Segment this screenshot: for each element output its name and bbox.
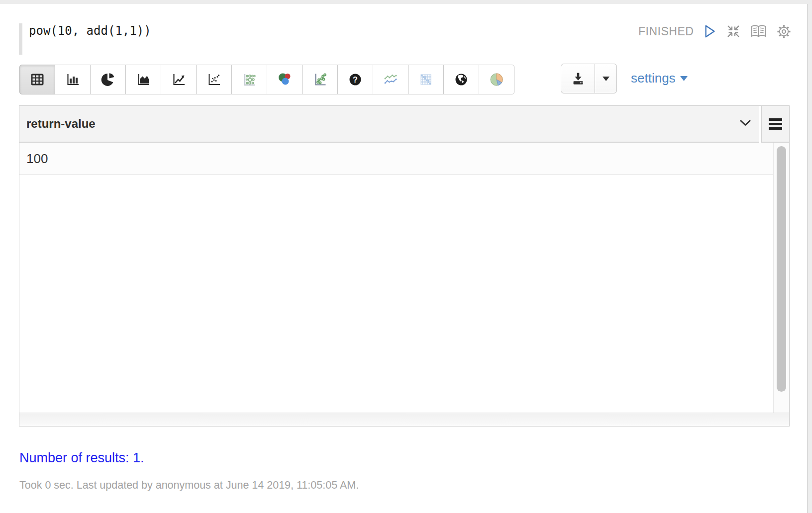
- table-menu-button[interactable]: [761, 106, 789, 143]
- hamburger-menu-icon: [769, 118, 782, 130]
- line-chart-icon: [170, 71, 188, 88]
- visualization-toolbar: ?: [19, 65, 514, 94]
- table-button[interactable]: [19, 65, 55, 94]
- caret-down-icon: [603, 77, 609, 81]
- area-chart-button[interactable]: [125, 65, 161, 94]
- settings-link[interactable]: settings: [631, 71, 688, 86]
- paragraph-controls: FINISHED: [638, 22, 792, 41]
- heatmap-icon: [417, 71, 435, 88]
- venn-diagram-icon: [276, 71, 294, 88]
- download-button-group: [561, 64, 617, 93]
- last-updated-text: Took 0 sec. Last updated by anonymous at…: [19, 479, 359, 492]
- pie-chart-icon: [99, 71, 117, 88]
- book-icon[interactable]: [750, 24, 767, 39]
- shrink-icon[interactable]: [726, 24, 741, 39]
- chevron-down-icon[interactable]: [740, 120, 751, 126]
- line-chart-button[interactable]: [161, 65, 197, 94]
- settings-label: settings: [631, 71, 676, 86]
- status-badge: FINISHED: [638, 25, 694, 38]
- table-footer-bar: [19, 413, 789, 426]
- results-count-text: Number of results: 1.: [19, 450, 144, 466]
- pie-chart-pastel-button[interactable]: [479, 65, 514, 94]
- code-editor[interactable]: pow(10, add(1,1)): [29, 24, 151, 38]
- pie-chart-pastel-icon: [488, 71, 506, 88]
- scatter-plot-green-icon: [311, 71, 329, 88]
- multi-line-chart-icon: [382, 71, 400, 88]
- bar-chart-icon: [64, 71, 82, 88]
- area-chart-icon: [134, 71, 152, 88]
- run-icon[interactable]: [703, 24, 716, 39]
- bar-chart-button[interactable]: [55, 65, 91, 94]
- result-table-panel: return-value 100: [19, 105, 790, 427]
- multi-line-chart-button[interactable]: [373, 65, 408, 94]
- venn-diagram-button[interactable]: [267, 65, 303, 94]
- scatter-chart-button[interactable]: [196, 65, 232, 94]
- caret-down-icon: [680, 76, 688, 81]
- table-cell: 100: [19, 151, 48, 167]
- vertical-scrollbar-track[interactable]: [773, 143, 789, 413]
- globe-button[interactable]: [443, 65, 479, 94]
- gear-icon[interactable]: [776, 24, 792, 39]
- column-header-label: return-value: [19, 117, 96, 131]
- help-button[interactable]: ?: [337, 65, 373, 94]
- heatmap-button[interactable]: [408, 65, 444, 94]
- vertical-scrollbar-thumb[interactable]: [777, 146, 786, 392]
- pie-chart-button[interactable]: [90, 65, 126, 94]
- zeppelin-paragraph: pow(10, add(1,1)) FINISHED: [0, 0, 812, 513]
- globe-icon: [452, 71, 470, 88]
- svg-text:?: ?: [353, 76, 358, 84]
- page-right-edge: [807, 4, 812, 513]
- download-button[interactable]: [561, 64, 595, 93]
- help-icon: ?: [346, 71, 364, 88]
- table-row[interactable]: 100: [19, 143, 773, 175]
- bubble-chart-button[interactable]: [231, 65, 267, 94]
- scatter-chart-icon: [205, 71, 223, 88]
- editor-gutter-bar: [19, 23, 22, 55]
- bubble-chart-icon: [240, 71, 258, 88]
- table-icon: [28, 71, 46, 88]
- column-header-return-value[interactable]: return-value: [19, 106, 759, 143]
- download-options-button[interactable]: [595, 64, 617, 93]
- scatter-plot-green-button[interactable]: [302, 65, 338, 94]
- download-icon: [570, 70, 587, 87]
- page-top-edge: [0, 0, 812, 4]
